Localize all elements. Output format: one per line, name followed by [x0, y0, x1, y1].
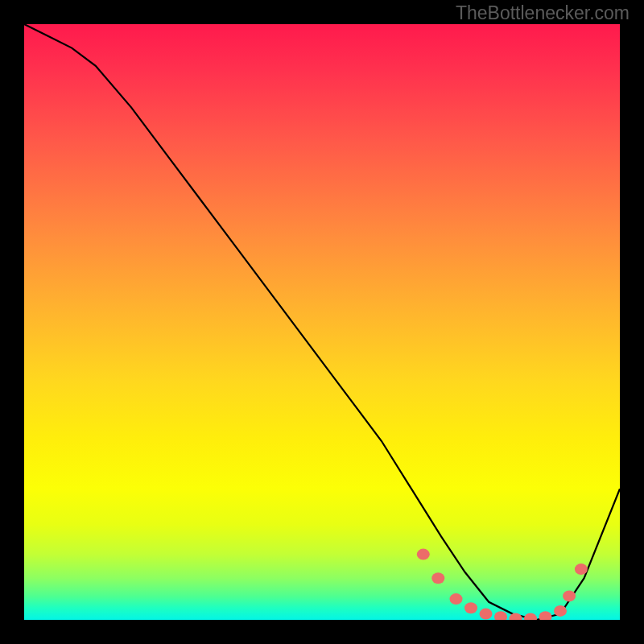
data-marker [464, 602, 477, 613]
data-marker [494, 611, 507, 620]
data-marker [575, 564, 588, 575]
data-marker [450, 593, 463, 605]
data-marker [563, 590, 576, 601]
chart-container [24, 24, 620, 620]
bottleneck-curve [24, 24, 620, 620]
data-marker [417, 549, 430, 560]
watermark-text: TheBottlenecker.com [456, 2, 630, 24]
chart-svg [24, 24, 620, 620]
data-marker [524, 613, 537, 621]
data-marker [431, 572, 444, 584]
data-marker [554, 605, 567, 617]
data-marker [539, 611, 552, 620]
data-marker [480, 609, 493, 620]
